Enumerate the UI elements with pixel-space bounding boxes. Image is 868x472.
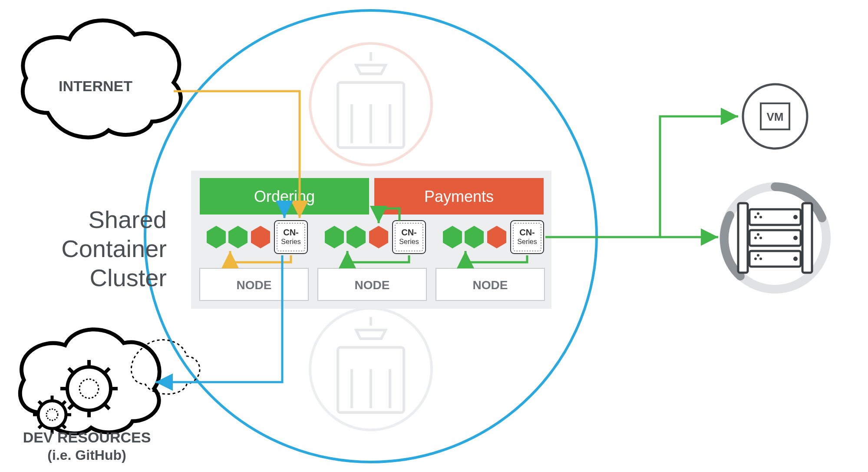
- svg-point-61: [757, 254, 759, 257]
- node-label-3: NODE: [473, 278, 508, 292]
- internet-label: INTERNET: [59, 78, 132, 94]
- cn-series-box-1: CN- Series: [274, 221, 307, 254]
- svg-rect-18: [393, 221, 426, 254]
- svg-point-63: [793, 236, 798, 240]
- cn-series-box-3: CN- Series: [511, 221, 544, 254]
- svg-point-55: [757, 212, 759, 215]
- node-label-1: NODE: [237, 278, 272, 292]
- svg-rect-51: [749, 230, 801, 246]
- title-line-2: Container: [61, 235, 167, 262]
- internet-cloud: INTERNET: [23, 20, 181, 137]
- title-line-3: Cluster: [90, 264, 167, 291]
- vm-target: VM: [743, 84, 807, 149]
- service-ordering-label: Ordering: [254, 188, 315, 205]
- svg-point-64: [793, 257, 798, 261]
- svg-rect-48: [738, 203, 748, 273]
- svg-point-62: [793, 215, 798, 219]
- svg-point-53: [754, 216, 757, 218]
- svg-point-59: [754, 257, 757, 260]
- service-payments-label: Payments: [424, 188, 494, 205]
- dev-resources-label: DEV RESOURCES: [17, 429, 156, 446]
- svg-rect-52: [749, 251, 801, 267]
- server-stack: [724, 187, 826, 289]
- flow-egress: [545, 116, 738, 237]
- svg-point-56: [754, 237, 757, 239]
- vm-label: VM: [767, 110, 784, 123]
- node-label-2: NODE: [355, 278, 390, 292]
- svg-point-60: [759, 257, 762, 260]
- bg-container-bottom: [310, 308, 432, 430]
- title-line-1: Shared: [88, 206, 167, 233]
- svg-point-54: [759, 216, 762, 218]
- svg-rect-49: [802, 203, 812, 273]
- cn-series-box-2: CN- Series: [393, 221, 426, 254]
- cn-label-3: CN-: [519, 228, 535, 237]
- cn-sub-3: Series: [517, 238, 537, 245]
- cluster-title: Shared Container Cluster: [28, 205, 167, 293]
- svg-point-35: [38, 401, 66, 429]
- gear-small-icon: [33, 396, 71, 434]
- cn-sub-2: Series: [399, 238, 419, 245]
- gear-big-icon: [60, 360, 118, 417]
- cn-label-2: CN-: [401, 228, 417, 237]
- svg-rect-23: [511, 221, 544, 254]
- svg-rect-13: [274, 221, 307, 254]
- svg-rect-50: [749, 209, 801, 225]
- svg-point-57: [759, 237, 762, 239]
- svg-line-44: [39, 425, 42, 428]
- dev-resources-sub: (i.e. GitHub): [17, 447, 156, 463]
- cn-label-1: CN-: [283, 228, 299, 237]
- bg-container-top: [310, 43, 432, 165]
- svg-point-58: [757, 233, 759, 236]
- cn-sub-1: Series: [281, 238, 300, 245]
